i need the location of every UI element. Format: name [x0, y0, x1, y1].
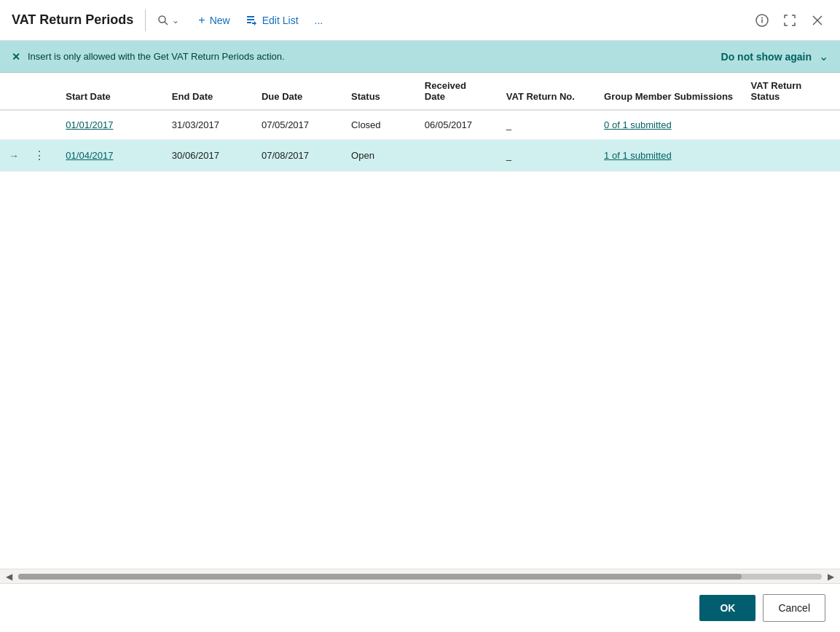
scroll-right-button[interactable]: ▶: [825, 570, 837, 583]
col-header-end-date: End Date: [163, 73, 253, 110]
svg-rect-6: [761, 19, 763, 23]
group-member-submissions-cell[interactable]: 0 of 1 submitted: [595, 110, 742, 140]
svg-rect-4: [247, 22, 251, 23]
main-content: Start Date End Date Due Date Status Rece…: [0, 73, 840, 583]
scroll-left-button[interactable]: ◀: [3, 570, 15, 583]
col-header-received-date: Received Date: [416, 73, 498, 110]
col-header-group-member-submissions: Group Member Submissions: [595, 73, 742, 110]
header-actions: + New Edit List ...: [191, 9, 330, 31]
close-button[interactable]: [806, 9, 828, 31]
search-icon: [157, 15, 169, 26]
plus-icon: +: [198, 14, 205, 27]
page-title: VAT Return Periods: [12, 12, 133, 28]
row-context-menu-button: [25, 110, 58, 140]
table-row[interactable]: 01/01/201731/03/201707/05/2017Closed06/0…: [0, 110, 840, 140]
info-icon: [755, 14, 769, 27]
end-date-cell: 30/06/2017: [163, 140, 253, 172]
start-date-cell[interactable]: 01/01/2017: [57, 110, 163, 140]
svg-rect-2: [247, 16, 254, 17]
new-button[interactable]: + New: [191, 9, 237, 31]
col-header-dots: [25, 73, 58, 110]
edit-list-label: Edit List: [262, 15, 299, 26]
edit-list-button[interactable]: Edit List: [239, 10, 306, 31]
search-area[interactable]: ⌄: [157, 15, 179, 26]
end-date-cell: 31/03/2017: [163, 110, 253, 140]
header-divider: [145, 9, 146, 31]
table-header-row: Start Date End Date Due Date Status Rece…: [0, 73, 840, 110]
row-arrow-cell: [0, 110, 25, 140]
new-button-label: New: [210, 15, 230, 26]
vat-return-no-cell: _: [498, 110, 595, 140]
expand-icon: [783, 14, 796, 27]
start-date-cell[interactable]: 01/04/2017: [57, 140, 163, 172]
received-date-cell: [416, 140, 498, 172]
more-button[interactable]: ...: [307, 10, 331, 31]
header-right: [751, 9, 828, 31]
svg-line-1: [165, 22, 168, 25]
scroll-thumb[interactable]: [18, 574, 742, 580]
status-cell: Open: [342, 140, 416, 172]
table-container: Start Date End Date Due Date Status Rece…: [0, 73, 840, 569]
vat-return-status-cell: [742, 110, 840, 140]
col-header-vat-return-no: VAT Return No.: [498, 73, 595, 110]
row-arrow-cell: →: [0, 140, 25, 172]
vat-periods-table: Start Date End Date Due Date Status Rece…: [0, 73, 840, 172]
col-header-due-date: Due Date: [253, 73, 342, 110]
due-date-cell: 07/08/2017: [253, 140, 342, 172]
group-member-submissions-cell[interactable]: 1 of 1 submitted: [595, 140, 742, 172]
svg-point-0: [159, 16, 165, 23]
svg-point-7: [761, 17, 763, 18]
info-banner: ✕ Insert is only allowed with the Get VA…: [0, 41, 840, 73]
info-button[interactable]: [751, 9, 773, 31]
col-header-vat-return-status: VAT Return Status: [742, 73, 840, 110]
col-header-status: Status: [342, 73, 416, 110]
header: VAT Return Periods ⌄ + New Edit List ...: [0, 0, 840, 41]
search-chevron-icon: ⌄: [172, 15, 179, 25]
footer: OK Cancel: [0, 583, 840, 632]
close-icon: [811, 14, 824, 27]
edit-list-icon: [246, 15, 258, 26]
due-date-cell: 07/05/2017: [253, 110, 342, 140]
banner-chevron-icon[interactable]: ⌄: [819, 50, 828, 63]
vat-return-status-cell: [742, 140, 840, 172]
ok-button[interactable]: OK: [699, 595, 755, 621]
expand-button[interactable]: [779, 9, 801, 31]
banner-do-not-show-link[interactable]: Do not show again: [721, 51, 812, 63]
received-date-cell: 06/05/2017: [416, 110, 498, 140]
banner-close-icon[interactable]: ✕: [12, 51, 20, 63]
cancel-button[interactable]: Cancel: [763, 594, 825, 622]
svg-rect-3: [247, 19, 254, 20]
status-cell: Closed: [342, 110, 416, 140]
row-context-menu-button[interactable]: ⋮: [25, 140, 58, 172]
table-row[interactable]: →⋮01/04/201730/06/201707/08/2017Open_1 o…: [0, 140, 840, 172]
banner-message: Insert is only allowed with the Get VAT …: [28, 51, 714, 62]
horizontal-scrollbar: ◀ ▶: [0, 569, 840, 583]
col-header-start-date: Start Date: [57, 73, 163, 110]
scroll-track[interactable]: [18, 574, 822, 580]
vat-return-no-cell: _: [498, 140, 595, 172]
col-header-arrow: [0, 73, 25, 110]
more-icon: ...: [315, 15, 323, 26]
